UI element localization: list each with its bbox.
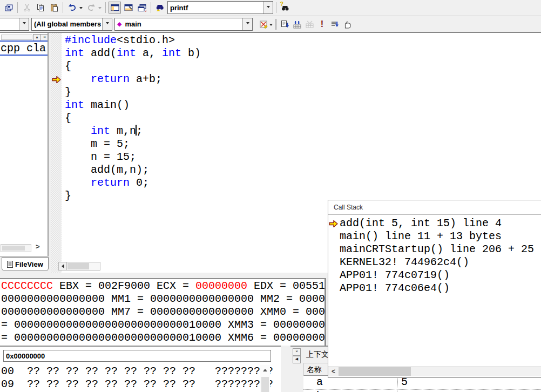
variables-close-button[interactable]: × (293, 348, 301, 356)
code-line: n = 15; (65, 151, 201, 164)
editor-hscrollbar[interactable] (58, 262, 100, 271)
callstack-frame[interactable]: APP01! 774c06e4() (328, 282, 541, 295)
workspace-tree-item[interactable]: cpp cla (0, 40, 48, 56)
copy-button[interactable] (34, 2, 46, 13)
code-text: <stdio.h> (117, 34, 175, 46)
code-text: { (65, 112, 71, 124)
variable-name: b (303, 390, 398, 392)
execute-program-button[interactable]: ! (316, 18, 328, 30)
scroll-left-button[interactable] (58, 262, 67, 271)
cut-button[interactable] (21, 2, 33, 13)
dock-icon: ▴ (36, 35, 38, 39)
callstack-frame-text: KERNEL32! 744962c4() (340, 256, 469, 268)
register-text: EDX = 00551 (247, 280, 325, 292)
find-in-files-icon (155, 3, 165, 12)
call-stack-window: Call Stack add(int 5, int 15) line 4main… (328, 200, 541, 378)
build-icon (293, 20, 302, 29)
register-line: = 00000000000000000000000000010000 XMM6 … (1, 332, 324, 344)
find-in-files-button[interactable] (154, 2, 166, 13)
memory-address-input[interactable] (3, 350, 271, 362)
toggle-output-button[interactable] (122, 2, 134, 13)
paste-button[interactable] (48, 2, 60, 13)
save-all-button[interactable] (2, 2, 15, 13)
cut-icon (23, 3, 31, 12)
callstack-frame-text: main() line 11 + 13 bytes (340, 230, 502, 242)
scroll-left-button[interactable]: < (328, 367, 339, 376)
memory-rows[interactable]: 00 ?? ?? ?? ?? ?? ?? ?? ?? ?? ?????????0… (1, 365, 273, 391)
members-combobox[interactable]: (All global members (31, 18, 112, 31)
function-combobox-arrow[interactable] (242, 18, 252, 30)
class-combobox[interactable] (0, 18, 29, 31)
code-line: { (65, 112, 201, 125)
go-icon (330, 20, 339, 29)
code-line: return a+b; (65, 73, 201, 86)
workspace-grip[interactable] (1, 35, 32, 40)
collapse-left-icon: ◀ (295, 357, 298, 361)
register-text: 00000000 (195, 280, 247, 292)
paste-icon (50, 3, 58, 12)
fileview-doc-icon (7, 261, 13, 268)
workspace-hscrollbar[interactable] (1, 244, 31, 252)
editor-selection-margin[interactable] (51, 33, 62, 273)
undo-icon (68, 3, 77, 12)
callstack-frame[interactable]: KERNEL32! 744962c4() (328, 256, 541, 269)
registers-window[interactable]: CCCCCCCC EBX = 002F9000 ECX = 00000000 E… (0, 278, 326, 346)
workspace-hscrollbar-thumb[interactable] (2, 246, 25, 251)
call-stack-title[interactable]: Call Stack (328, 200, 541, 215)
compile-button[interactable] (279, 18, 291, 30)
search-help-button[interactable]: ? (279, 2, 292, 13)
editor-hscrollbar-track[interactable] (67, 262, 100, 271)
triangle-left-icon (59, 264, 64, 268)
find-combobox-arrow[interactable] (263, 2, 273, 13)
workspace-scroll-right-button[interactable]: > (36, 242, 40, 251)
scroll-up-icon (263, 367, 267, 371)
callstack-frame[interactable]: mainCRTStartup() line 206 + 25 (328, 243, 541, 256)
memory-window: 00 ?? ?? ?? ?? ?? ?? ?? ?? ?? ?????????0… (0, 346, 281, 392)
stop-debug-button[interactable] (341, 18, 353, 30)
instruction-pointer-arrow-icon (52, 76, 61, 83)
variables-collapse-button[interactable]: ◀ (293, 356, 301, 363)
class-combobox-arrow[interactable] (19, 18, 29, 30)
wizardbar-dropdown-arrow[interactable] (269, 24, 273, 28)
chevron-right-icon: > (36, 242, 40, 251)
callstack-frame[interactable]: main() line 11 + 13 bytes (328, 230, 541, 243)
toolbar-separator (17, 2, 18, 13)
undo-button[interactable] (66, 2, 78, 13)
redo-button[interactable] (85, 2, 97, 13)
stop-build-button[interactable] (303, 18, 316, 30)
go-button[interactable] (328, 18, 341, 30)
call-stack-hscrollbar-thumb[interactable] (339, 367, 411, 376)
callstack-frame[interactable]: APP01! 774c0719() (328, 269, 541, 282)
redo-dropdown-arrow[interactable] (98, 7, 102, 11)
callstack-frame[interactable]: add(int 5, int 15) line 4 (328, 217, 541, 230)
workspace-item-label: cpp cla (1, 42, 46, 55)
variable-row[interactable]: b15 (303, 390, 541, 392)
close-icon: × (43, 35, 46, 39)
toolbar-separator (276, 19, 277, 30)
wizardbar-action-button[interactable] (257, 18, 269, 30)
code-lines[interactable]: #include<stdio.h>int add(int a, int b){ … (65, 34, 201, 202)
find-combobox[interactable]: printf (167, 1, 273, 14)
tab-fileview[interactable]: FileView (2, 257, 49, 271)
code-text: a+b; (130, 73, 162, 85)
context-label: 上下文 (306, 350, 329, 360)
undo-dropdown-arrow[interactable] (79, 7, 83, 11)
members-combobox-arrow[interactable] (102, 18, 112, 30)
copy-icon (36, 3, 45, 12)
memory-vscrollbar[interactable] (260, 365, 270, 392)
toggle-windows-button[interactable] (136, 2, 148, 13)
find-combobox-value: printf (168, 4, 263, 12)
code-line: int add(int a, int b) (65, 47, 201, 60)
output-window-icon (124, 4, 133, 11)
function-combobox[interactable]: ◆ main (114, 18, 253, 31)
code-text: a, (136, 47, 162, 59)
question-glyph: ? (280, 1, 283, 7)
toolbar-separator (151, 2, 151, 13)
editor-hscrollbar-thumb[interactable] (67, 263, 89, 269)
current-frame-arrow-icon (329, 220, 338, 227)
call-stack-hscrollbar[interactable]: < (328, 366, 541, 376)
memory-vscrollbar-thumb[interactable] (261, 377, 269, 392)
toggle-workspace-button[interactable] (109, 2, 121, 13)
hand-icon (343, 20, 351, 29)
build-button[interactable] (291, 18, 303, 30)
